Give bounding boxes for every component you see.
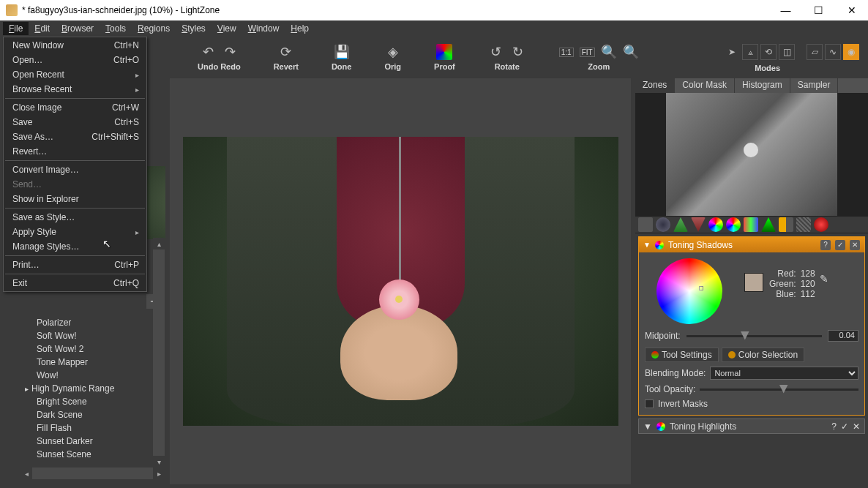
style-item[interactable]: Dark Scene [20,408,160,421]
opacity-slider[interactable] [700,388,858,391]
tab-histogram[interactable]: Histogram [735,78,790,93]
style-item[interactable]: Polarizer [20,316,160,329]
tool-clone-icon[interactable] [796,217,811,232]
close-button[interactable]: ✕ [835,0,868,20]
menu-edit[interactable]: Edit [29,22,56,35]
tool-relight-icon[interactable] [656,217,670,232]
pointer-mode-icon[interactable]: ➤ [724,44,740,60]
style-item[interactable]: Sunset Darker [20,435,160,448]
scroll-left-icon[interactable]: ◂ [20,468,32,479]
style-item[interactable]: Wow! [20,369,160,382]
tab-zones[interactable]: Zones [635,78,675,93]
scroll-up-icon[interactable]: ▴ [153,238,165,249]
style-group-header[interactable]: High Dynamic Range [20,382,160,395]
region-mode-icon[interactable]: ◫ [779,44,795,60]
toolbar-orig[interactable]: ◈ Orig [384,44,401,71]
close-panel-icon[interactable]: ✕ [850,240,860,250]
menu-item-save[interactable]: SaveCtrl+S [4,115,146,129]
toolbar-revert[interactable]: ⟳ Revert [274,44,299,71]
menu-view[interactable]: View [212,22,242,35]
help-icon[interactable]: ? [831,421,837,432]
tab-color-mask[interactable]: Color Mask [675,78,735,93]
polygon-mode-icon[interactable]: ▱ [807,44,823,60]
minimize-button[interactable]: — [769,0,802,20]
zones-preview[interactable] [635,93,868,216]
scroll-down-icon[interactable]: ▾ [153,456,165,468]
style-item[interactable]: Sunset Scene [20,448,160,461]
color-swatch[interactable] [744,273,763,292]
color-selection-tab[interactable]: Color Selection [722,348,804,362]
menu-item-close-image[interactable]: Close ImageCtrl+W [4,100,146,115]
disclosure-icon[interactable]: ▼ [643,241,651,249]
tool-zonemapper-icon[interactable] [638,217,653,232]
enable-checkbox[interactable]: ✓ [841,421,848,432]
menu-item-save-as-style-[interactable]: Save as Style… [4,210,146,225]
zoom-out-icon[interactable]: 🔍 [623,44,639,60]
image-canvas[interactable] [170,78,631,484]
menu-window[interactable]: Window [242,22,285,35]
menu-file[interactable]: File [3,22,29,35]
zoom-in-icon[interactable]: 🔍 [601,44,617,60]
midpoint-value[interactable]: 0.04 [828,330,858,342]
style-item[interactable]: Bright Scene [20,395,160,408]
toolbar-proof[interactable]: Proof [434,44,455,71]
eyedropper-icon[interactable]: ✎ [820,273,828,285]
midpoint-slider[interactable] [686,335,822,337]
sidebar-hscrollbar[interactable]: ◂ ▸ [20,468,165,479]
menu-browser[interactable]: Browser [56,22,100,35]
tool-blur-icon[interactable] [691,217,706,232]
tool-huesat-icon[interactable] [708,217,723,232]
sidebar-vscrollbar[interactable]: ▴ ▾ [153,238,165,468]
menu-item-print-[interactable]: Print…Ctrl+P [4,258,146,272]
menu-item-new-window[interactable]: New WindowCtrl+N [4,38,146,53]
menu-item-browse-recent[interactable]: Browse Recent▸ [4,82,146,97]
menu-regions[interactable]: Regions [132,22,176,35]
help-icon[interactable]: ? [820,240,831,250]
rotate-left-icon[interactable]: ↺ [488,44,504,60]
menu-item-convert-image-[interactable]: Convert Image… [4,162,146,177]
toning-highlights-panel-header[interactable]: ▼ Toning Highlights ? ✓ ✕ [638,418,865,434]
curve-mode-icon[interactable]: ∿ [825,44,841,60]
menu-item-show-in-explorer[interactable]: Show in Explorer [4,192,146,206]
menu-help[interactable]: Help [285,22,315,35]
panel-header-shadows[interactable]: ▼ Toning Shadows ? ✓ ✕ [639,237,864,252]
menu-tools[interactable]: Tools [100,22,132,35]
tool-settings-tab[interactable]: Tool Settings [645,348,719,362]
menu-item-open-recent[interactable]: Open Recent▸ [4,67,146,82]
tool-redeye-icon[interactable] [814,217,828,232]
drop-mode-icon[interactable]: ◉ [843,44,859,60]
color-wheel[interactable] [656,258,722,324]
rotate-mode-icon[interactable]: ⟲ [760,44,777,60]
style-item[interactable]: Fill Flash [20,421,160,435]
menu-item-manage-styles-[interactable]: Manage Styles… [4,239,146,254]
tool-colorbalance-icon[interactable] [726,217,741,232]
redo-icon[interactable]: ↷ [222,44,238,60]
tool-bw-icon[interactable] [761,217,776,232]
menu-item-exit[interactable]: ExitCtrl+Q [4,276,146,290]
tool-noise-icon[interactable] [779,217,793,232]
zoom-fit-button[interactable]: FIT [580,48,595,57]
maximize-button[interactable]: ☐ [802,0,835,20]
crop-mode-icon[interactable]: ⟁ [742,44,758,60]
invert-masks-checkbox[interactable] [645,399,654,408]
menu-styles[interactable]: Styles [176,22,212,35]
tool-whitebalance-icon[interactable] [744,217,758,232]
disclosure-icon[interactable]: ▼ [643,421,652,432]
menu-item-revert-[interactable]: Revert… [4,144,146,159]
tab-sampler[interactable]: Sampler [790,78,839,93]
rotate-right-icon[interactable]: ↻ [510,44,526,60]
blending-mode-select[interactable]: Normal [710,367,858,380]
menu-item-save-as-[interactable]: Save As…Ctrl+Shift+S [4,129,146,144]
toolbar-done[interactable]: 💾 Done [332,44,352,71]
tool-sharpen-icon[interactable] [673,217,688,232]
menu-item-apply-style[interactable]: Apply Style▸ [4,225,146,239]
scroll-right-icon[interactable]: ▸ [153,468,165,479]
menu-item-open-[interactable]: Open…Ctrl+O [4,53,146,67]
style-item[interactable]: Soft Wow! [20,329,160,342]
style-item[interactable]: Tone Mapper [20,356,160,369]
undo-icon[interactable]: ↶ [200,44,216,60]
close-panel-icon[interactable]: ✕ [853,421,860,432]
enable-checkbox[interactable]: ✓ [835,240,845,250]
style-item[interactable]: Soft Wow! 2 [20,342,160,356]
zoom-11-button[interactable]: 1:1 [559,48,574,57]
